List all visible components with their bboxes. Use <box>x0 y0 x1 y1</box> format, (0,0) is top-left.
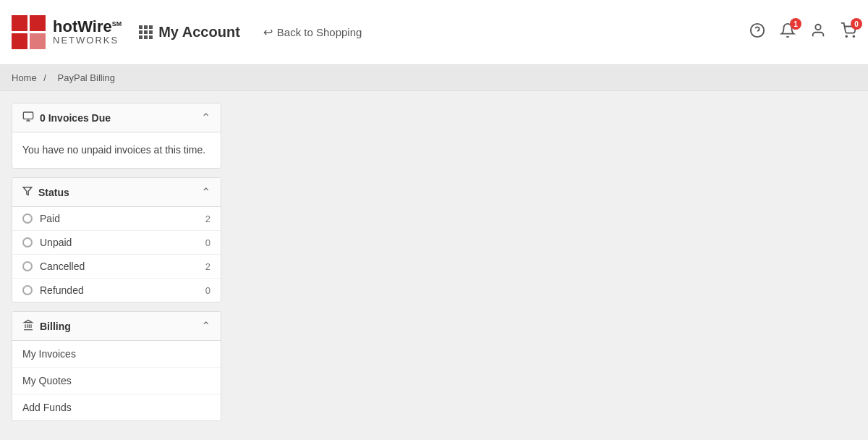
invoices-due-empty-message: You have no unpaid invoices at this time… <box>22 144 205 156</box>
invoices-due-header: 0 Invoices Due ⌃ <box>12 103 221 132</box>
logo-sq-br <box>30 33 46 49</box>
my-account-nav[interactable]: My Account <box>139 24 240 41</box>
status-count: 2 <box>205 261 210 272</box>
back-arrow-icon: ↩ <box>263 25 273 39</box>
my-account-label: My Account <box>158 24 240 41</box>
status-item[interactable]: Paid 2 <box>12 207 221 231</box>
radio-circle <box>22 213 33 224</box>
logo-networks: NETWORKS <box>53 35 122 46</box>
breadcrumb: Home / PayPal Billing <box>0 65 868 91</box>
svg-point-3 <box>846 35 847 37</box>
invoice-icon <box>22 111 34 124</box>
logo-sq-tl <box>12 15 27 31</box>
svg-marker-14 <box>25 320 33 322</box>
back-to-shopping-label: Back to Shopping <box>277 26 362 38</box>
invoices-due-panel: 0 Invoices Due ⌃ You have no unpaid invo… <box>12 103 221 169</box>
logo-brand-text: hotWire <box>53 17 112 35</box>
status-panel: Status ⌃ Paid 2 Unpaid 0 Cancelled 2 Ref… <box>12 177 221 302</box>
status-label: Unpaid <box>40 237 205 248</box>
billing-nav-list: My InvoicesMy QuotesAdd Funds <box>12 341 221 420</box>
sidebar: 0 Invoices Due ⌃ You have no unpaid invo… <box>12 103 221 421</box>
radio-circle <box>22 237 33 248</box>
status-item[interactable]: Unpaid 0 <box>12 231 221 255</box>
logo-text: hotWireSM NETWORKS <box>53 18 122 46</box>
cart-badge: 0 <box>851 18 862 30</box>
svg-point-2 <box>815 25 820 30</box>
billing-panel-collapse-icon[interactable]: ⌃ <box>201 319 210 333</box>
svg-marker-8 <box>23 187 32 195</box>
billing-panel-title: Billing <box>40 321 71 332</box>
status-label: Cancelled <box>40 261 205 272</box>
notifications-icon[interactable]: 1 <box>780 22 796 42</box>
cart-icon[interactable]: 0 <box>841 22 856 42</box>
user-icon[interactable] <box>810 22 826 42</box>
grid-icon <box>139 25 153 39</box>
radio-circle <box>22 261 33 271</box>
header-right-icons: 1 0 <box>749 22 856 42</box>
help-icon[interactable] <box>749 22 765 42</box>
billing-panel-header-left: Billing <box>22 319 71 333</box>
logo-brand: hotWireSM <box>53 18 122 35</box>
radio-circle <box>22 285 33 295</box>
billing-nav-item[interactable]: Add Funds <box>12 394 221 420</box>
logo-icon <box>12 15 46 49</box>
status-item[interactable]: Refunded 0 <box>12 279 221 302</box>
invoices-due-header-left: 0 Invoices Due <box>22 111 111 124</box>
billing-icon <box>22 319 34 333</box>
back-to-shopping-link[interactable]: ↩ Back to Shopping <box>263 25 362 39</box>
notification-badge: 1 <box>790 18 801 30</box>
status-item[interactable]: Cancelled 2 <box>12 255 221 279</box>
status-panel-title: Status <box>38 187 69 198</box>
billing-nav-item[interactable]: My Quotes <box>12 368 221 394</box>
main-area <box>233 103 856 421</box>
status-panel-collapse-icon[interactable]: ⌃ <box>201 185 210 199</box>
header: hotWireSM NETWORKS My Account ↩ Back to … <box>0 0 868 65</box>
billing-nav-item[interactable]: My Invoices <box>12 341 221 368</box>
status-count: 0 <box>205 285 210 296</box>
billing-panel-header: Billing ⌃ <box>12 312 221 341</box>
svg-point-4 <box>853 35 854 37</box>
status-panel-header: Status ⌃ <box>12 178 221 207</box>
logo-sq-tr <box>30 15 46 31</box>
main-content: 0 Invoices Due ⌃ You have no unpaid invo… <box>0 91 868 433</box>
invoices-due-collapse-icon[interactable]: ⌃ <box>201 111 210 124</box>
breadcrumb-separator: / <box>43 72 46 83</box>
filter-icon <box>22 186 33 198</box>
status-count: 2 <box>205 213 210 224</box>
breadcrumb-home[interactable]: Home <box>12 72 37 83</box>
logo-sq-bl <box>12 33 27 49</box>
status-panel-header-left: Status <box>22 186 69 198</box>
status-count: 0 <box>205 237 210 248</box>
status-list: Paid 2 Unpaid 0 Cancelled 2 Refunded 0 <box>12 207 221 302</box>
svg-rect-5 <box>23 112 33 119</box>
status-label: Refunded <box>40 284 205 296</box>
invoices-due-body: You have no unpaid invoices at this time… <box>12 132 221 168</box>
billing-panel: Billing ⌃ My InvoicesMy QuotesAdd Funds <box>12 311 221 421</box>
logo-superscript: SM <box>112 20 122 28</box>
invoices-due-title: 0 Invoices Due <box>40 112 111 124</box>
logo-area: hotWireSM NETWORKS <box>12 15 122 49</box>
status-label: Paid <box>40 213 205 224</box>
breadcrumb-current: PayPal Billing <box>58 72 116 83</box>
